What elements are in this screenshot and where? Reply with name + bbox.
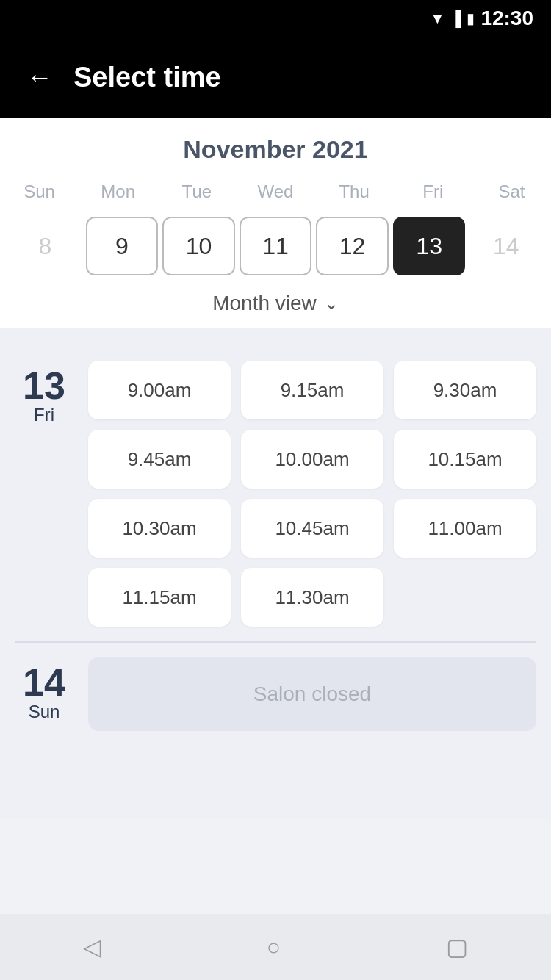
time-slot-1030[interactable]: 10.30am [88,499,231,558]
day-name-14: Sun [29,702,60,722]
weekday-mon: Mon [79,179,157,205]
weekday-wed: Wed [236,179,314,205]
salon-closed-block: Salon closed [88,657,536,731]
weekday-tue: Tue [157,179,236,205]
wifi-icon: ▼ [430,10,444,27]
time-grid-13: 9.00am 9.15am 9.30am 9.45am 10.00am 10.1… [88,361,536,627]
time-slot-945[interactable]: 9.45am [88,430,231,489]
time-slot-1115[interactable]: 11.15am [88,568,231,627]
date-14[interactable]: 14 [469,217,542,275]
nav-back-button[interactable]: ◁ [83,933,101,961]
salon-closed-label: Salon closed [88,657,536,731]
month-view-label: Month view [212,292,317,315]
day-block-13: 13 Fri 9.00am 9.15am 9.30am 9.45am 10.00… [15,346,536,641]
date-12[interactable]: 12 [316,217,389,275]
weekday-sun: Sun [0,179,79,205]
timeslots-section: 13 Fri 9.00am 9.15am 9.30am 9.45am 10.00… [0,328,551,819]
signal-icon: ▐ [450,10,461,27]
day-block-14: 14 Sun Salon closed [15,643,536,746]
weekday-thu: Thu [315,179,394,205]
time-slot-1015[interactable]: 10.15am [394,430,536,489]
time-slot-1100[interactable]: 11.00am [394,499,536,558]
day-number-14: 14 [23,663,65,702]
weekday-sat: Sat [472,179,551,205]
weekdays-row: Sun Mon Tue Wed Thu Fri Sat [0,179,551,205]
time-slot-900[interactable]: 9.00am [88,361,231,419]
date-13[interactable]: 13 [393,217,466,275]
time-slot-1000[interactable]: 10.00am [241,430,383,489]
time-slot-1045[interactable]: 10.45am [241,499,383,558]
day-number-13: 13 [23,367,65,405]
month-view-toggle[interactable]: Month view ⌄ [0,280,551,328]
time-slot-915[interactable]: 9.15am [241,361,383,419]
status-bar: ▼ ▐ ▮ 12:30 [0,0,551,37]
nav-recent-button[interactable]: ▢ [446,933,468,961]
date-11[interactable]: 11 [240,217,312,275]
chevron-down-icon: ⌄ [324,293,339,314]
page-title: Select time [73,62,221,93]
header: ← Select time [0,37,551,118]
day-label-13: 13 Fri [15,361,73,627]
nav-bar: ◁ ○ ▢ [0,914,551,980]
calendar-section: November 2021 Sun Mon Tue Wed Thu Fri Sa… [0,118,551,328]
weekday-fri: Fri [394,179,472,205]
back-button[interactable]: ← [26,62,53,93]
battery-icon: ▮ [467,10,475,27]
dates-row: 8 9 10 11 12 13 14 [0,212,551,280]
nav-home-button[interactable]: ○ [267,934,281,961]
time-slot-930[interactable]: 9.30am [394,361,536,419]
date-10[interactable]: 10 [162,217,235,275]
status-time: 12:30 [480,7,533,30]
date-8[interactable]: 8 [9,217,82,275]
month-year-label: November 2021 [0,135,551,164]
day-label-14: 14 Sun [15,657,73,731]
day-name-13: Fri [34,405,54,425]
date-9[interactable]: 9 [86,217,159,275]
time-slot-1130[interactable]: 11.30am [241,568,383,627]
status-icons: ▼ ▐ ▮ 12:30 [430,7,533,30]
